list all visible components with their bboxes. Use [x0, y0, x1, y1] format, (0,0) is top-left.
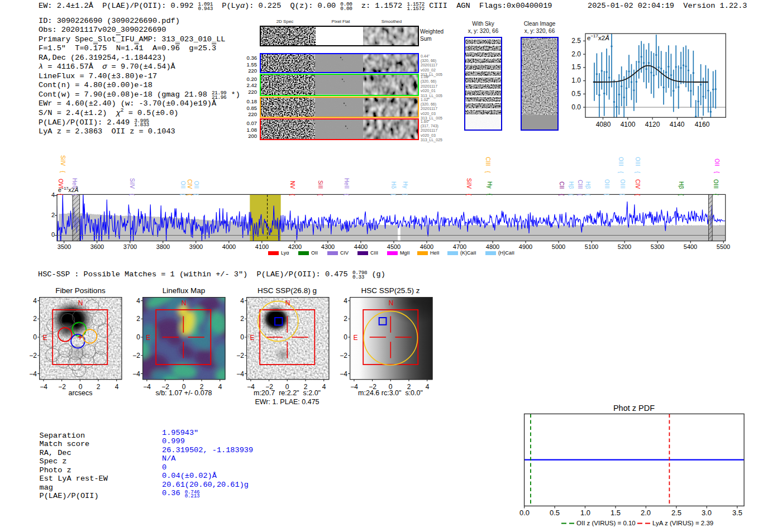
svg-text:E: E — [353, 334, 357, 342]
svg-text:N: N — [78, 299, 83, 307]
svg-text:N: N — [389, 299, 394, 307]
svg-text:N: N — [285, 299, 290, 307]
svg-text:E: E — [146, 334, 151, 342]
svg-text:N: N — [182, 299, 187, 307]
svg-text:E: E — [250, 334, 254, 342]
svg-text:E: E — [43, 334, 47, 342]
